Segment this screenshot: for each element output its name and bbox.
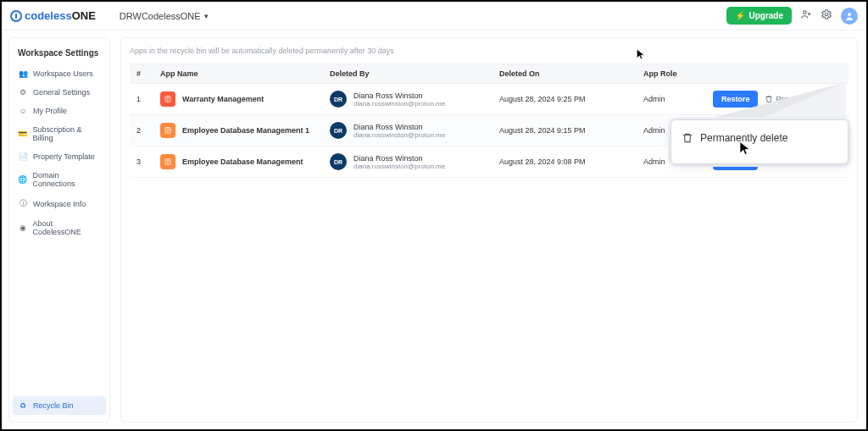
sidebar-item-label: Workspace Info xyxy=(33,200,86,208)
col-index: # xyxy=(130,64,153,84)
sidebar-item-recycle-bin[interactable]: ♻ Recycle Bin xyxy=(13,396,106,415)
sidebar-title: Workspace Settings xyxy=(13,45,106,64)
profile-icon: ☺ xyxy=(18,107,28,115)
template-icon: 📄 xyxy=(18,152,28,161)
sidebar-item-label: About CodelessONE xyxy=(33,219,101,236)
row-index: 2 xyxy=(130,115,153,146)
sidebar-item-general-settings[interactable]: ⚙ General Settings xyxy=(13,83,106,102)
table-row: 2 Employee Database Management 1 DR Dian… xyxy=(130,115,849,146)
app-name: Employee Database Management xyxy=(182,157,303,166)
user-avatar: DR xyxy=(330,153,347,170)
recycle-icon: ♻ xyxy=(18,401,28,410)
sidebar-item-label: General Settings xyxy=(33,88,90,97)
permanently-delete-button[interactable]: Permanently delete xyxy=(765,157,842,166)
add-user-icon[interactable] xyxy=(800,8,812,23)
billing-icon: 💳 xyxy=(18,130,27,138)
workspace-switcher[interactable]: DRWCodelessONE ▾ xyxy=(120,11,209,21)
svg-point-2 xyxy=(848,13,851,16)
brand-mark-icon xyxy=(10,10,22,22)
restore-button[interactable]: Restore xyxy=(713,153,759,170)
col-deleted-on: Deleted On xyxy=(492,64,637,84)
app-name: Warranty Management xyxy=(182,95,264,103)
deleted-by-email: diana.rosswinston@proton.me xyxy=(353,163,445,170)
app-role: Admin xyxy=(637,146,696,178)
sidebar-item-label: Subscription & Billing xyxy=(32,125,101,142)
row-index: 1 xyxy=(130,84,153,115)
sidebar-item-workspace-info[interactable]: ⓘ Workspace Info xyxy=(13,193,106,214)
sidebar-item-label: Recycle Bin xyxy=(33,401,74,410)
sidebar-item-domain-connections[interactable]: 🌐 Domain Connections xyxy=(13,166,106,193)
workspace-name: DRWCodelessONE xyxy=(120,11,201,21)
deleted-on: August 28, 2024 9:08 PM xyxy=(492,146,637,178)
permanently-delete-button[interactable]: Permanently delete xyxy=(765,126,842,135)
app-icon xyxy=(160,123,175,138)
svg-point-0 xyxy=(804,11,807,14)
deleted-by-name: Diana Ross Winston xyxy=(353,91,445,100)
deleted-by-name: Diana Ross Winston xyxy=(353,154,445,163)
restore-button[interactable]: Restore xyxy=(713,122,759,139)
app-icon xyxy=(160,91,175,107)
user-avatar-button[interactable] xyxy=(841,8,858,25)
user-avatar: DR xyxy=(330,91,347,108)
svg-point-1 xyxy=(825,13,828,16)
brand-logo: codelessONE xyxy=(10,9,96,22)
app-role: Admin xyxy=(637,115,696,146)
sidebar-item-about[interactable]: ◉ About CodelessONE xyxy=(13,214,106,241)
col-app-name: App Name xyxy=(153,64,323,84)
caret-down-icon: ▾ xyxy=(204,12,209,20)
upgrade-button[interactable]: ⚡ Upgrade xyxy=(726,7,792,25)
info-icon: ⓘ xyxy=(18,198,28,209)
app-role: Admin xyxy=(637,84,696,115)
users-icon: 👥 xyxy=(18,69,28,78)
sidebar-item-label: Domain Connections xyxy=(33,171,101,188)
brand-name-a: codeless xyxy=(25,9,72,22)
row-index: 3 xyxy=(130,146,153,178)
table-row: 3 Employee Database Management DR Diana … xyxy=(130,146,849,178)
about-icon: ◉ xyxy=(18,224,28,232)
topbar: codelessONE DRWCodelessONE ▾ ⚡ Upgrade xyxy=(2,2,866,30)
user-avatar: DR xyxy=(330,122,347,139)
bolt-icon: ⚡ xyxy=(735,11,745,20)
deleted-on: August 28, 2024 9:15 PM xyxy=(492,115,637,146)
sidebar-item-my-profile[interactable]: ☺ My Profile xyxy=(13,102,106,120)
deleted-by-email: diana.rosswinston@proton.me xyxy=(353,100,445,108)
deleted-by-name: Diana Ross Winston xyxy=(353,123,445,131)
deleted-by-email: diana.rosswinston@proton.me xyxy=(353,131,445,139)
app-name: Employee Database Management 1 xyxy=(182,126,309,135)
upgrade-label: Upgrade xyxy=(748,11,783,20)
domain-icon: 🌐 xyxy=(18,175,28,184)
col-deleted-by: Deleted By xyxy=(323,64,492,84)
permanently-delete-button[interactable]: Permanently delete xyxy=(765,95,842,103)
table-row: 1 Warranty Management DR Diana Ross Wins… xyxy=(130,84,849,115)
deleted-on: August 28, 2024 9:25 PM xyxy=(492,84,637,115)
sidebar-item-label: My Profile xyxy=(33,107,67,115)
gear-icon[interactable] xyxy=(821,8,832,23)
retention-notice: Apps in the recycle bin will be automati… xyxy=(130,47,849,55)
restore-button[interactable]: Restore xyxy=(713,91,759,108)
topbar-right: ⚡ Upgrade xyxy=(726,7,858,25)
deleted-apps-table: # App Name Deleted By Deleted On App Rol… xyxy=(130,64,849,178)
settings-icon: ⚙ xyxy=(18,88,28,97)
brand-name-b: ONE xyxy=(72,9,96,22)
sidebar-item-label: Property Template xyxy=(33,152,95,161)
sidebar: Workspace Settings 👥 Workspace Users ⚙ G… xyxy=(8,37,110,423)
recycle-bin-panel: Apps in the recycle bin will be automati… xyxy=(120,37,858,423)
sidebar-item-property-template[interactable]: 📄 Property Template xyxy=(13,147,106,166)
sidebar-item-label: Workspace Users xyxy=(33,69,93,78)
sidebar-item-subscription-billing[interactable]: 💳 Subscription & Billing xyxy=(13,120,106,147)
sidebar-item-workspace-users[interactable]: 👥 Workspace Users xyxy=(13,64,106,83)
app-icon xyxy=(160,154,175,169)
col-app-role: App Role xyxy=(637,64,696,84)
